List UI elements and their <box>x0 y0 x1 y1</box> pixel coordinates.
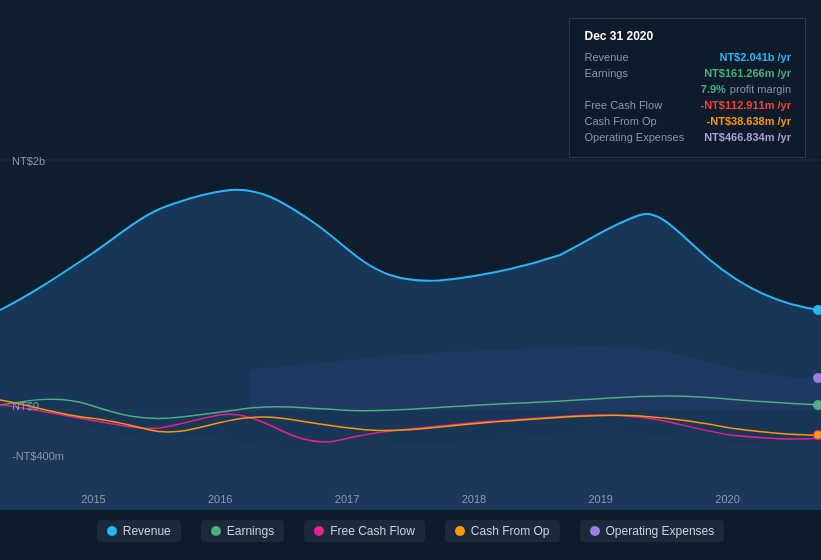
tooltip-cashfromop: Cash From Op -NT$38.638m /yr <box>584 115 791 127</box>
y-label-neg400m: -NT$400m <box>12 450 64 462</box>
legend-bar: Revenue Earnings Free Cash Flow Cash Fro… <box>0 510 821 552</box>
tooltip: Dec 31 2020 Revenue NT$2.041b /yr Earnin… <box>569 18 806 158</box>
legend-label-revenue: Revenue <box>123 524 171 538</box>
legend-dot-earnings <box>211 526 221 536</box>
tooltip-date: Dec 31 2020 <box>584 29 791 43</box>
legend-revenue[interactable]: Revenue <box>97 520 181 542</box>
tooltip-margin: 7.9% profit margin <box>584 83 791 95</box>
legend-cashfromop[interactable]: Cash From Op <box>445 520 560 542</box>
legend-label-cashfromop: Cash From Op <box>471 524 550 538</box>
x-label-2017: 2017 <box>335 493 359 505</box>
legend-dot-opex <box>590 526 600 536</box>
tooltip-earnings: Earnings NT$161.266m /yr <box>584 67 791 79</box>
chart-container: NT$2b NT$0 -NT$400m 2015 2016 2017 2018 … <box>0 0 821 560</box>
legend-label-earnings: Earnings <box>227 524 274 538</box>
y-label-2b: NT$2b <box>12 155 45 167</box>
y-label-0: NT$0 <box>12 400 39 412</box>
x-axis: 2015 2016 2017 2018 2019 2020 <box>0 493 821 505</box>
x-label-2018: 2018 <box>462 493 486 505</box>
tooltip-opex: Operating Expenses NT$466.834m /yr <box>584 131 791 143</box>
legend-dot-revenue <box>107 526 117 536</box>
tooltip-revenue: Revenue NT$2.041b /yr <box>584 51 791 63</box>
tooltip-fcf: Free Cash Flow -NT$112.911m /yr <box>584 99 791 111</box>
x-label-2015: 2015 <box>81 493 105 505</box>
legend-dot-cashfromop <box>455 526 465 536</box>
legend-label-opex: Operating Expenses <box>606 524 715 538</box>
legend-fcf[interactable]: Free Cash Flow <box>304 520 425 542</box>
legend-dot-fcf <box>314 526 324 536</box>
x-label-2020: 2020 <box>715 493 739 505</box>
x-label-2016: 2016 <box>208 493 232 505</box>
legend-earnings[interactable]: Earnings <box>201 520 284 542</box>
legend-opex[interactable]: Operating Expenses <box>580 520 725 542</box>
legend-label-fcf: Free Cash Flow <box>330 524 415 538</box>
x-label-2019: 2019 <box>588 493 612 505</box>
